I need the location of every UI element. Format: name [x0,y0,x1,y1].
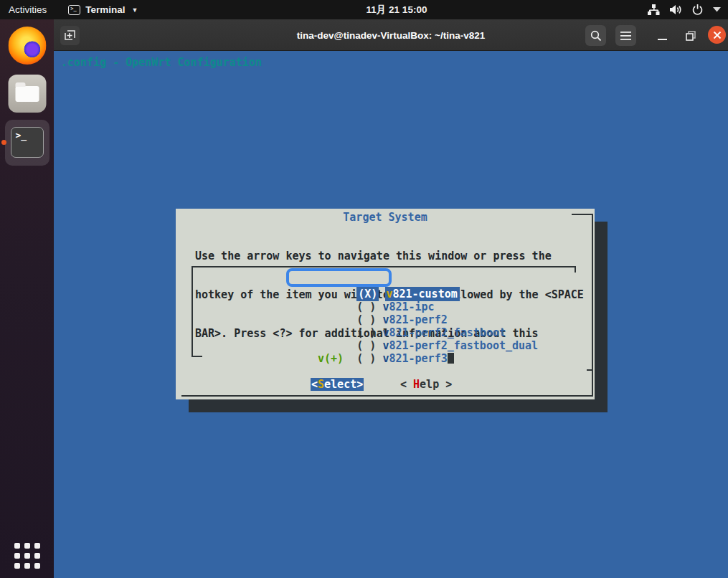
search-icon [590,30,602,42]
terminal-icon: >_ [11,127,44,158]
help-button[interactable]: < Help > [400,378,452,391]
list-item-v821-perf2[interactable]: ( )v821-perf2 [292,300,448,313]
item-label: v821-perf3 [382,352,447,365]
hamburger-icon [620,32,631,40]
window-titlebar: tina-dev@tinadev-VirtualBox: ~/tina-v821 [54,19,728,51]
restore-button[interactable] [680,25,701,46]
volume-icon [670,4,682,15]
dialog-frame-corner [572,214,593,215]
dock: >_ [0,19,54,578]
top-bar: Activities >_ Terminal ▼ 11月 21 15:00 [0,0,728,19]
chevron-down-icon: ▼ [132,6,138,14]
dialog-frame-tee [587,369,593,371]
terminal-content[interactable]: .config - OpenWrt Configuration Target S… [54,51,728,578]
close-button[interactable] [708,26,726,44]
list-item-v821-ipc[interactable]: ( )v821-ipc [292,288,435,300]
minimize-button[interactable] [651,25,673,46]
menuconfig-header: .config - OpenWrt Configuration [61,56,262,69]
target-system-dialog: Target System Use the arrow keys to navi… [176,209,595,399]
list-item-v821-custom[interactable]: (X)v821-custom [292,275,460,288]
restore-icon [686,31,696,41]
list-frame-corner [575,266,576,273]
caret-down-icon [713,7,721,12]
status-area[interactable] [648,0,721,19]
select-button[interactable]: <Select> [311,378,364,391]
dialog-frame-bottom [181,395,593,397]
text-cursor [448,353,454,364]
running-indicator-dot [1,140,6,145]
more-items-indicator: v(+) [318,352,344,365]
list-frame-top [192,266,576,267]
list-item-v821-perf2-fastboot-dual[interactable]: ( )v821-perf2_fastboot_dual [292,326,538,339]
hamburger-menu-button[interactable] [615,25,636,46]
firefox-icon[interactable] [8,27,46,65]
clock[interactable]: 11月 21 15:00 [367,0,427,19]
list-item-v821-perf3[interactable]: ( )v821-perf3 [292,339,454,352]
terminal-mini-icon: >_ [68,5,80,15]
folder-icon [15,86,39,102]
minimize-icon [658,39,667,40]
files-icon[interactable] [8,75,46,113]
app-menu[interactable]: >_ Terminal ▼ [68,4,138,15]
instruction-line: Use the arrow keys to navigate this wind… [195,250,584,262]
screen: Activities >_ Terminal ▼ 11月 21 15:00 [0,0,728,578]
terminal-dock-item[interactable]: >_ [5,120,49,166]
power-icon [692,4,703,15]
dialog-title: Target System [176,211,595,224]
list-frame-corner [192,356,202,357]
network-icon [648,4,660,15]
terminal-window: tina-dev@tinadev-VirtualBox: ~/tina-v821 [54,19,728,578]
app-menu-label: Terminal [85,4,125,15]
activities-button[interactable]: Activities [9,4,47,15]
radio-tag: ( ) [356,352,376,365]
search-button[interactable] [585,25,606,46]
list-item-v821-perf2-fastboot[interactable]: ( )v821-perf2_fastboot [292,313,506,326]
close-icon [713,31,722,39]
list-frame-left [192,266,193,357]
app-grid-icon[interactable] [14,543,40,569]
